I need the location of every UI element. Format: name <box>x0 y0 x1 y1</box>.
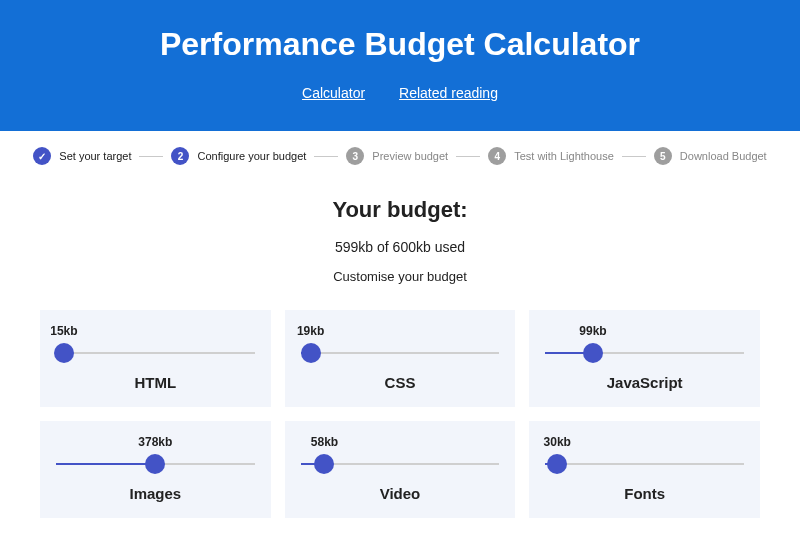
budget-card: 19kbCSS <box>285 310 516 407</box>
budget-cards: 15kbHTML19kbCSS99kbJavaScript378kbImages… <box>0 310 800 538</box>
step-2[interactable]: 2 Configure your budget <box>171 147 306 165</box>
slider-value-label: 15kb <box>50 324 77 338</box>
budget-slider[interactable] <box>545 453 744 475</box>
step-3[interactable]: 3 Preview budget <box>346 147 448 165</box>
nav-related-reading[interactable]: Related reading <box>399 85 498 101</box>
slider-thumb[interactable] <box>547 454 567 474</box>
budget-card: 30kbFonts <box>529 421 760 518</box>
hero: Performance Budget Calculator Calculator… <box>0 0 800 131</box>
slider-rail <box>545 463 744 465</box>
budget-heading: Your budget: <box>0 197 800 223</box>
step-label: Test with Lighthouse <box>514 150 614 162</box>
step-label: Preview budget <box>372 150 448 162</box>
slider-thumb[interactable] <box>314 454 334 474</box>
slider-value: 58kb <box>301 435 500 449</box>
step-connector <box>622 156 646 157</box>
step-1[interactable]: ✓ Set your target <box>33 147 131 165</box>
step-4[interactable]: 4 Test with Lighthouse <box>488 147 614 165</box>
slider-thumb[interactable] <box>583 343 603 363</box>
budget-card: 378kbImages <box>40 421 271 518</box>
step-5[interactable]: 5 Download Budget <box>654 147 767 165</box>
slider-rail <box>56 352 255 354</box>
slider-value: 19kb <box>301 324 500 338</box>
slider-fill <box>56 463 155 465</box>
hero-nav: Calculator Related reading <box>0 85 800 101</box>
budget-usage: 599kb of 600kb used <box>0 239 800 255</box>
slider-value-label: 19kb <box>297 324 324 338</box>
nav-calculator[interactable]: Calculator <box>302 85 365 101</box>
slider-value-label: 58kb <box>311 435 338 449</box>
step-label: Download Budget <box>680 150 767 162</box>
main-content: Your budget: 599kb of 600kb used Customi… <box>0 173 800 538</box>
budget-slider[interactable] <box>301 453 500 475</box>
step-number-icon: 4 <box>488 147 506 165</box>
slider-thumb[interactable] <box>54 343 74 363</box>
slider-thumb[interactable] <box>301 343 321 363</box>
budget-hint: Customise your budget <box>0 269 800 284</box>
slider-value-label: 30kb <box>544 435 571 449</box>
step-connector <box>456 156 480 157</box>
slider-thumb[interactable] <box>145 454 165 474</box>
step-number-icon: 3 <box>346 147 364 165</box>
step-connector <box>139 156 163 157</box>
budget-card-title: Video <box>301 485 500 502</box>
slider-value: 378kb <box>56 435 255 449</box>
budget-slider[interactable] <box>301 342 500 364</box>
budget-card: 15kbHTML <box>40 310 271 407</box>
budget-card: 99kbJavaScript <box>529 310 760 407</box>
budget-card-title: JavaScript <box>545 374 744 391</box>
budget-card-title: HTML <box>56 374 255 391</box>
budget-card-title: Fonts <box>545 485 744 502</box>
step-label: Configure your budget <box>197 150 306 162</box>
slider-value: 99kb <box>545 324 744 338</box>
step-connector <box>314 156 338 157</box>
budget-slider[interactable] <box>545 342 744 364</box>
page-title: Performance Budget Calculator <box>0 26 800 63</box>
slider-value: 30kb <box>545 435 744 449</box>
budget-slider[interactable] <box>56 453 255 475</box>
check-icon: ✓ <box>33 147 51 165</box>
slider-rail <box>301 352 500 354</box>
budget-card: 58kbVideo <box>285 421 516 518</box>
step-label: Set your target <box>59 150 131 162</box>
slider-value: 15kb <box>56 324 255 338</box>
stepper: ✓ Set your target 2 Configure your budge… <box>0 131 800 173</box>
budget-card-title: Images <box>56 485 255 502</box>
slider-value-label: 99kb <box>579 324 606 338</box>
budget-card-title: CSS <box>301 374 500 391</box>
slider-value-label: 378kb <box>138 435 172 449</box>
step-number-icon: 5 <box>654 147 672 165</box>
budget-slider[interactable] <box>56 342 255 364</box>
step-number-icon: 2 <box>171 147 189 165</box>
